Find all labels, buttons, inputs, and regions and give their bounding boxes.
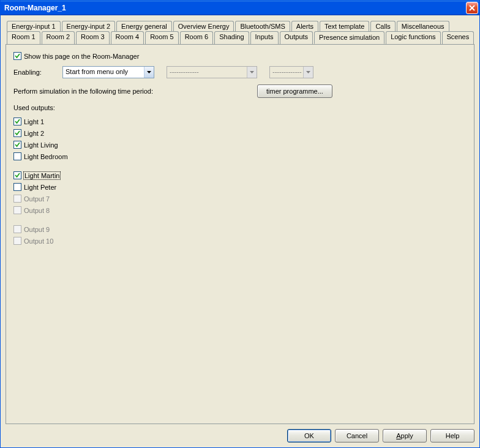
checkbox-box — [13, 141, 21, 149]
tab-scenes[interactable]: Scenes — [442, 31, 474, 44]
svg-marker-3 — [250, 71, 254, 73]
tab-panel: Show this page on the Room-Manager Enabl… — [6, 44, 474, 424]
tab-room-5[interactable]: Room 5 — [145, 31, 179, 44]
show-page-checkbox[interactable]: Show this page on the Room-Manager — [13, 52, 139, 60]
output-label: Light Bedroom — [24, 153, 68, 160]
cancel-button[interactable]: Cancel — [335, 429, 379, 442]
timer-programme-button[interactable]: timer programme... — [257, 84, 332, 98]
tab-shading[interactable]: Shading — [214, 31, 249, 44]
output-label: Output 10 — [24, 237, 53, 245]
window-title: Room-Manager_1 — [4, 4, 66, 12]
ok-button[interactable]: OK — [287, 429, 331, 442]
output-checkbox[interactable]: Light Bedroom — [13, 152, 467, 160]
tab-room-4[interactable]: Room 4 — [111, 31, 144, 44]
output-checkbox: Output 9 — [13, 225, 467, 233]
tab-bluetooth-sms[interactable]: Bluetooth/SMS — [235, 21, 290, 32]
checkbox-box — [13, 129, 21, 137]
tab-row-1: Energy-input 1Energy-input 2Energy gener… — [6, 20, 474, 31]
client-area: Energy-input 1Energy-input 2Energy gener… — [1, 15, 479, 447]
output-label: Light Martin — [24, 172, 60, 179]
output-checkbox: Output 7 — [13, 195, 467, 203]
checkbox-box — [13, 118, 21, 125]
checkbox-box — [13, 195, 21, 203]
output-label: Output 9 — [24, 226, 50, 233]
tab-room-3[interactable]: Room 3 — [76, 31, 110, 44]
tab-room-6[interactable]: Room 6 — [180, 31, 214, 44]
tab-outputs[interactable]: Outputs — [280, 31, 313, 44]
enabling-combo-3-value: ------------- — [270, 67, 303, 78]
enabling-value: Start from menu only — [63, 67, 144, 78]
output-checkbox[interactable]: Light Living — [13, 141, 467, 149]
output-label: Light Living — [24, 141, 58, 149]
enabling-combo-2: ------------- — [167, 66, 257, 78]
output-checkbox[interactable]: Light Peter — [13, 183, 467, 191]
perform-label: Perform simulation in the following time… — [13, 88, 257, 95]
chevron-down-icon — [144, 67, 154, 78]
used-outputs-label: Used outputs: — [13, 104, 55, 111]
tab-text-template[interactable]: Text template — [320, 21, 369, 32]
close-icon — [469, 5, 475, 11]
tab-alerts[interactable]: Alerts — [291, 21, 318, 32]
checkbox-box — [13, 152, 21, 160]
output-label: Output 7 — [24, 195, 50, 203]
enabling-combo[interactable]: Start from menu only — [62, 66, 154, 78]
enabling-combo-2-value: ------------- — [167, 67, 247, 78]
close-button[interactable] — [466, 2, 478, 14]
tab-energy-input-1[interactable]: Energy-input 1 — [7, 21, 61, 32]
apply-button[interactable]: Apply — [383, 429, 427, 442]
output-label: Light 1 — [24, 118, 44, 125]
output-checkbox[interactable]: Light 1 — [13, 118, 467, 125]
tab-room-1[interactable]: Room 1 — [7, 31, 40, 44]
main-window: Room-Manager_1 Energy-input 1Energy-inpu… — [0, 0, 480, 448]
output-checkbox: Output 10 — [13, 237, 467, 245]
tab-energy-general[interactable]: Energy general — [116, 21, 172, 32]
button-bar: OK Cancel Apply Help — [6, 424, 474, 442]
tab-energy-input-2[interactable]: Energy-input 2 — [62, 21, 116, 32]
checkbox-box — [13, 225, 21, 233]
enabling-label: Enabling: — [13, 69, 50, 76]
checkbox-box — [13, 206, 21, 214]
show-page-label: Show this page on the Room-Manager — [24, 53, 139, 60]
chevron-down-icon — [303, 67, 313, 78]
checkbox-box — [13, 237, 21, 245]
titlebar: Room-Manager_1 — [1, 1, 479, 15]
tab-calls[interactable]: Calls — [370, 21, 395, 32]
output-checkbox: Output 8 — [13, 206, 467, 214]
output-label: Light 2 — [24, 130, 44, 137]
tab-inputs[interactable]: Inputs — [250, 31, 279, 44]
tab-room-2[interactable]: Room 2 — [42, 31, 75, 44]
enabling-combo-3: ------------- — [269, 66, 313, 78]
tab-logic-functions[interactable]: Logic functions — [386, 31, 440, 44]
output-label: Light Peter — [24, 184, 56, 191]
output-label: Output 8 — [24, 207, 50, 214]
svg-marker-2 — [147, 71, 151, 73]
output-checkbox[interactable]: Light Martin — [13, 171, 467, 179]
tab-presence-simulation[interactable]: Presence simulation — [314, 31, 384, 44]
tab-miscellaneous[interactable]: Miscellaneous — [397, 21, 449, 32]
chevron-down-icon — [247, 67, 257, 78]
output-checkbox[interactable]: Light 2 — [13, 129, 467, 137]
help-button[interactable]: Help — [430, 429, 474, 442]
outputs-list: Light 1Light 2Light LivingLight BedroomL… — [13, 118, 467, 245]
tab-strip: Energy-input 1Energy-input 2Energy gener… — [6, 20, 474, 44]
checkbox-box — [13, 52, 21, 60]
tab-overview-energy[interactable]: Overview Energy — [173, 21, 234, 32]
tab-row-2: Room 1Room 2Room 3Room 4Room 5Room 6Shad… — [6, 31, 474, 44]
checkbox-box — [13, 183, 21, 191]
checkbox-box — [13, 171, 21, 179]
svg-marker-4 — [306, 71, 310, 73]
